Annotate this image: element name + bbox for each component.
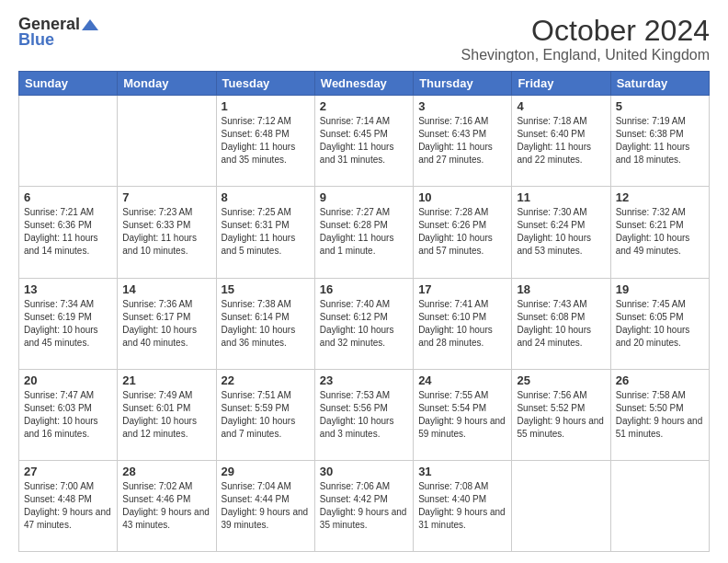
cell-text: Sunrise: 7:34 AMSunset: 6:19 PMDaylight:… [24, 299, 98, 348]
cell-text: Sunrise: 7:55 AMSunset: 5:54 PMDaylight:… [418, 390, 506, 439]
calendar-week-3: 13Sunrise: 7:34 AMSunset: 6:19 PMDayligh… [19, 278, 710, 369]
cell-text: Sunrise: 7:14 AMSunset: 6:45 PMDaylight:… [320, 116, 394, 165]
calendar-week-5: 27Sunrise: 7:00 AMSunset: 4:48 PMDayligh… [19, 460, 710, 551]
calendar-cell: 8Sunrise: 7:25 AMSunset: 6:31 PMDaylight… [216, 187, 314, 278]
day-number: 11 [517, 190, 605, 204]
day-number: 26 [616, 373, 704, 387]
cell-text: Sunrise: 7:27 AMSunset: 6:28 PMDaylight:… [320, 207, 394, 256]
header-row: Sunday Monday Tuesday Wednesday Thursday… [19, 72, 710, 96]
calendar-cell: 15Sunrise: 7:38 AMSunset: 6:14 PMDayligh… [216, 278, 314, 369]
day-number: 7 [122, 190, 210, 204]
calendar-cell: 1Sunrise: 7:12 AMSunset: 6:48 PMDaylight… [216, 96, 314, 187]
day-number: 28 [122, 465, 210, 478]
title-block: October 2024 Shevington, England, United… [461, 15, 710, 63]
day-number: 29 [222, 465, 310, 478]
cell-text: Sunrise: 7:02 AMSunset: 4:46 PMDaylight:… [122, 481, 210, 530]
calendar-week-2: 6Sunrise: 7:21 AMSunset: 6:36 PMDaylight… [19, 187, 710, 278]
day-number: 18 [517, 282, 605, 296]
calendar-week-4: 20Sunrise: 7:47 AMSunset: 6:03 PMDayligh… [19, 369, 710, 460]
cell-text: Sunrise: 7:43 AMSunset: 6:08 PMDaylight:… [517, 299, 591, 348]
col-friday: Friday [512, 72, 610, 96]
calendar-cell: 12Sunrise: 7:32 AMSunset: 6:21 PMDayligh… [610, 187, 709, 278]
day-number: 20 [24, 373, 112, 387]
day-number: 5 [616, 99, 704, 113]
day-number: 8 [222, 190, 310, 204]
cell-text: Sunrise: 7:30 AMSunset: 6:24 PMDaylight:… [517, 207, 591, 256]
day-number: 21 [122, 373, 210, 387]
calendar-cell: 6Sunrise: 7:21 AMSunset: 6:36 PMDaylight… [19, 187, 118, 278]
logo-blue: Blue [18, 30, 54, 50]
day-number: 10 [418, 190, 506, 204]
day-number: 25 [517, 373, 605, 387]
cell-text: Sunrise: 7:21 AMSunset: 6:36 PMDaylight:… [24, 207, 98, 256]
cell-text: Sunrise: 7:00 AMSunset: 4:48 PMDaylight:… [24, 481, 111, 530]
calendar-cell: 19Sunrise: 7:45 AMSunset: 6:05 PMDayligh… [610, 278, 709, 369]
day-number: 14 [122, 282, 210, 296]
calendar-cell: 22Sunrise: 7:51 AMSunset: 5:59 PMDayligh… [216, 369, 314, 460]
day-number: 12 [616, 190, 704, 204]
calendar-cell [610, 460, 709, 551]
calendar-cell: 30Sunrise: 7:06 AMSunset: 4:42 PMDayligh… [314, 460, 413, 551]
month-title: October 2024 [461, 15, 710, 47]
calendar-cell: 5Sunrise: 7:19 AMSunset: 6:38 PMDaylight… [610, 96, 709, 187]
cell-text: Sunrise: 7:23 AMSunset: 6:33 PMDaylight:… [122, 207, 197, 256]
day-number: 9 [320, 190, 408, 204]
calendar-cell [118, 96, 216, 187]
calendar-cell: 7Sunrise: 7:23 AMSunset: 6:33 PMDaylight… [118, 187, 216, 278]
col-monday: Monday [118, 72, 216, 96]
cell-text: Sunrise: 7:06 AMSunset: 4:42 PMDaylight:… [320, 481, 407, 530]
cell-text: Sunrise: 7:32 AMSunset: 6:21 PMDaylight:… [616, 207, 690, 256]
calendar-cell: 31Sunrise: 7:08 AMSunset: 4:40 PMDayligh… [414, 460, 512, 551]
cell-text: Sunrise: 7:40 AMSunset: 6:12 PMDaylight:… [320, 299, 394, 348]
day-number: 22 [222, 373, 310, 387]
day-number: 24 [418, 373, 506, 387]
day-number: 13 [24, 282, 112, 296]
day-number: 2 [320, 99, 408, 113]
calendar-cell: 14Sunrise: 7:36 AMSunset: 6:17 PMDayligh… [118, 278, 216, 369]
calendar-cell: 16Sunrise: 7:40 AMSunset: 6:12 PMDayligh… [314, 278, 413, 369]
col-thursday: Thursday [414, 72, 512, 96]
calendar-cell: 24Sunrise: 7:55 AMSunset: 5:54 PMDayligh… [414, 369, 512, 460]
cell-text: Sunrise: 7:12 AMSunset: 6:48 PMDaylight:… [222, 116, 296, 165]
location: Shevington, England, United Kingdom [461, 47, 710, 63]
calendar-cell: 29Sunrise: 7:04 AMSunset: 4:44 PMDayligh… [216, 460, 314, 551]
day-number: 17 [418, 282, 506, 296]
cell-text: Sunrise: 7:28 AMSunset: 6:26 PMDaylight:… [418, 207, 493, 256]
calendar-cell: 20Sunrise: 7:47 AMSunset: 6:03 PMDayligh… [19, 369, 118, 460]
calendar-cell: 25Sunrise: 7:56 AMSunset: 5:52 PMDayligh… [512, 369, 610, 460]
svg-marker-0 [82, 19, 98, 30]
calendar-cell: 21Sunrise: 7:49 AMSunset: 6:01 PMDayligh… [118, 369, 216, 460]
calendar-cell: 9Sunrise: 7:27 AMSunset: 6:28 PMDaylight… [314, 187, 413, 278]
calendar-cell: 4Sunrise: 7:18 AMSunset: 6:40 PMDaylight… [512, 96, 610, 187]
calendar-week-1: 1Sunrise: 7:12 AMSunset: 6:48 PMDaylight… [19, 96, 710, 187]
calendar-cell: 13Sunrise: 7:34 AMSunset: 6:19 PMDayligh… [19, 278, 118, 369]
calendar-cell: 10Sunrise: 7:28 AMSunset: 6:26 PMDayligh… [414, 187, 512, 278]
day-number: 1 [222, 99, 310, 113]
day-number: 3 [418, 99, 506, 113]
cell-text: Sunrise: 7:45 AMSunset: 6:05 PMDaylight:… [616, 299, 690, 348]
logo: General Blue [18, 15, 98, 50]
cell-text: Sunrise: 7:58 AMSunset: 5:50 PMDaylight:… [616, 390, 703, 439]
calendar-cell: 28Sunrise: 7:02 AMSunset: 4:46 PMDayligh… [118, 460, 216, 551]
calendar-cell: 17Sunrise: 7:41 AMSunset: 6:10 PMDayligh… [414, 278, 512, 369]
calendar-table: Sunday Monday Tuesday Wednesday Thursday… [18, 71, 710, 552]
cell-text: Sunrise: 7:25 AMSunset: 6:31 PMDaylight:… [222, 207, 296, 256]
calendar-cell: 11Sunrise: 7:30 AMSunset: 6:24 PMDayligh… [512, 187, 610, 278]
calendar-cell: 27Sunrise: 7:00 AMSunset: 4:48 PMDayligh… [19, 460, 118, 551]
cell-text: Sunrise: 7:08 AMSunset: 4:40 PMDaylight:… [418, 481, 506, 530]
calendar-cell: 2Sunrise: 7:14 AMSunset: 6:45 PMDaylight… [314, 96, 413, 187]
header: General Blue October 2024 Shevington, En… [18, 15, 710, 63]
day-number: 27 [24, 465, 112, 478]
day-number: 31 [418, 465, 506, 478]
cell-text: Sunrise: 7:19 AMSunset: 6:38 PMDaylight:… [616, 116, 690, 165]
day-number: 6 [24, 190, 112, 204]
cell-text: Sunrise: 7:41 AMSunset: 6:10 PMDaylight:… [418, 299, 493, 348]
calendar-cell: 3Sunrise: 7:16 AMSunset: 6:43 PMDaylight… [414, 96, 512, 187]
col-sunday: Sunday [19, 72, 118, 96]
day-number: 16 [320, 282, 408, 296]
cell-text: Sunrise: 7:53 AMSunset: 5:56 PMDaylight:… [320, 390, 394, 439]
cell-text: Sunrise: 7:16 AMSunset: 6:43 PMDaylight:… [418, 116, 493, 165]
day-number: 15 [222, 282, 310, 296]
calendar-cell: 23Sunrise: 7:53 AMSunset: 5:56 PMDayligh… [314, 369, 413, 460]
day-number: 23 [320, 373, 408, 387]
